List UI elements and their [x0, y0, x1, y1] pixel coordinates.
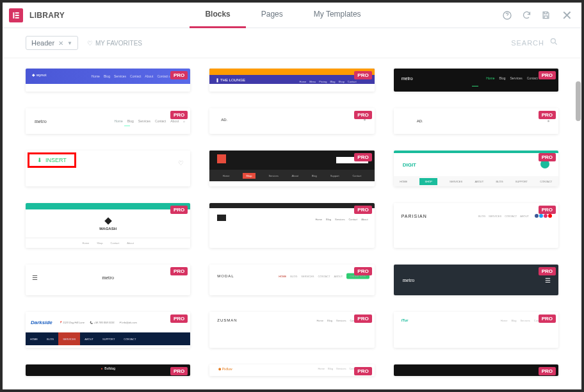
pro-badge: PRO [354, 111, 371, 119]
template-thumbnail: ☰metro [26, 265, 190, 290]
favorite-icon[interactable]: ♡ [178, 159, 184, 167]
my-favorites-label: MY FAVORITES [95, 40, 142, 47]
template-card[interactable]: PRO ⬢ PixflowHomeBlogServicesContactAbou… [209, 364, 374, 376]
template-card[interactable]: PRO ☰metro [26, 265, 190, 295]
template-card[interactable]: PRO PARISIANBLOGSERVICESCONTACTABOUT [394, 203, 558, 248]
modal-header: LIBRARY Blocks Pages My Templates ✕ [3, 3, 581, 28]
template-thumbnail: ◆ wynotHomeBlogServicesContactAboutConta… [26, 69, 190, 84]
template-thumbnail: HomeShopServicesAboutBlogSupportContact [209, 151, 374, 181]
template-thumbnail: PARISIANBLOGSERVICESCONTACTABOUT [394, 203, 558, 229]
template-thumbnail: MODALHOMEBLOGSERVICESCONTACTABOUTORDER N… [209, 265, 374, 288]
template-thumbnail: Darkside📍 1123 Dog Hill Lane📞 +34 785 65… [26, 312, 190, 348]
template-thumbnail: MAGASH HomeShopContactAbout [26, 203, 190, 248]
template-card[interactable]: PRO ZUSMANHomeBlogServicesContactAbout [209, 312, 374, 348]
template-card[interactable]: PRO metro☰ [394, 265, 558, 295]
pro-badge: PRO [170, 111, 188, 119]
template-card-hover[interactable]: ⬇INSERT ♡ [26, 151, 190, 186]
templates-grid: PRO ◆ wynotHomeBlogServicesContactAboutC… [3, 58, 581, 389]
heart-icon: ♡ [87, 40, 93, 47]
header-tabs: Blocks Pages My Templates [65, 2, 501, 28]
template-thumbnail: iTurHomeBlogServicesContactAbout [394, 312, 558, 329]
close-icon[interactable]: ✕ [559, 8, 575, 23]
template-card[interactable]: PRO DIGIT HOMESHOPSERVICESABOUTBLOGSUPPO… [394, 151, 558, 186]
template-thumbnail: Bulldog [26, 364, 190, 376]
pro-badge: PRO [170, 206, 188, 214]
menu-icon: ☰ [545, 277, 551, 284]
template-thumbnail: metroHomeBlogServicesContactAbout⌕ [26, 108, 190, 134]
templates-scroll-area[interactable]: PRO ◆ wynotHomeBlogServicesContactAboutC… [3, 58, 581, 389]
template-card[interactable]: PRO metroHomeBlogServicesContactAbout⌕ [26, 108, 190, 134]
template-card[interactable]: PRO ◆ wynotHomeBlogServicesContactAboutC… [26, 69, 190, 92]
pro-badge: PRO [539, 153, 556, 161]
category-dropdown-label: Header [31, 39, 54, 47]
clear-filter-icon[interactable]: ✕ [58, 40, 63, 47]
insert-icon: ⬇ [37, 157, 42, 163]
tab-blocks[interactable]: Blocks [190, 2, 245, 28]
pro-badge: PRO [170, 71, 188, 79]
svg-point-1 [551, 38, 555, 43]
library-modal: LIBRARY Blocks Pages My Templates ✕ Head… [3, 3, 581, 389]
template-card[interactable]: PRO Darkside📍 1123 Dog Hill Lane📞 +34 78… [26, 312, 190, 348]
search-icon[interactable] [549, 37, 558, 49]
template-card[interactable]: PRO HomeBlogServicesContactAbout [209, 203, 374, 248]
pro-badge: PRO [354, 267, 371, 275]
pro-badge: PRO [539, 314, 556, 323]
template-card[interactable]: PRO [394, 364, 558, 376]
template-thumbnail: AD. [394, 108, 558, 134]
tab-pages[interactable]: Pages [246, 2, 298, 28]
template-thumbnail: DIGIT HOMESHOPSERVICESABOUTBLOGSUPPORTCO… [394, 151, 558, 186]
template-thumbnail: ❚ THE LOUNGEHomeMenuPricingBlogShopConta… [209, 69, 374, 84]
template-thumbnail [394, 364, 558, 376]
template-thumbnail: ZUSMANHomeBlogServicesContactAbout [209, 312, 374, 329]
tab-my-templates[interactable]: My Templates [298, 2, 377, 28]
template-card[interactable]: PRO HomeShopServicesAboutBlogSupportCont… [209, 151, 374, 186]
scrollbar-thumb[interactable] [576, 81, 581, 121]
help-icon[interactable] [501, 10, 513, 21]
search-wrap [467, 37, 558, 49]
pro-badge: PRO [354, 206, 371, 214]
pro-badge: PRO [539, 71, 556, 79]
pro-badge: PRO [170, 367, 188, 375]
pro-badge: PRO [354, 367, 371, 375]
template-thumbnail: metroHomeBlogServicesContactAbout [394, 69, 558, 92]
template-card[interactable]: PRO MODALHOMEBLOGSERVICESCONTACTABOUTORD… [209, 265, 374, 295]
template-card[interactable]: PRO MAGASH HomeShopContactAbout [26, 203, 190, 248]
category-dropdown[interactable]: Header ✕ ▼ [26, 36, 78, 50]
pro-badge: PRO [170, 314, 188, 323]
template-thumbnail: metro☰ [394, 265, 558, 295]
template-thumbnail: AD. [209, 108, 374, 131]
header-actions: ✕ [501, 8, 575, 23]
pro-badge: PRO [539, 111, 556, 119]
dropdown-caret-icon: ▼ [67, 40, 72, 46]
template-card[interactable]: PRO metroHomeBlogServicesContactAbout [394, 69, 558, 92]
template-card[interactable]: PRO iTurHomeBlogServicesContactAbout [394, 312, 558, 348]
template-card[interactable]: PRO ❚ THE LOUNGEHomeMenuPricingBlogShopC… [209, 69, 374, 92]
pro-badge: PRO [539, 206, 556, 214]
save-icon[interactable] [540, 10, 551, 21]
insert-button[interactable]: ⬇INSERT [28, 152, 76, 168]
template-card[interactable]: PRO AD. [394, 108, 558, 134]
my-favorites-button[interactable]: ♡ MY FAVORITES [87, 40, 142, 47]
pro-badge: PRO [354, 71, 371, 79]
elementor-logo-icon [9, 8, 23, 22]
filter-toolbar: Header ✕ ▼ ♡ MY FAVORITES [3, 28, 581, 58]
pro-badge: PRO [539, 367, 556, 375]
pro-badge: PRO [354, 153, 371, 161]
pro-badge: PRO [539, 267, 556, 275]
template-card[interactable]: PRO Bulldog [26, 364, 190, 376]
pro-badge: PRO [170, 267, 188, 275]
template-card[interactable]: PRO AD. [209, 108, 374, 134]
menu-icon: ☰ [32, 274, 38, 281]
sync-icon[interactable] [521, 10, 532, 21]
modal-title: LIBRARY [29, 11, 65, 20]
template-thumbnail: HomeBlogServicesContactAbout [209, 203, 374, 226]
pro-badge: PRO [354, 314, 371, 323]
template-thumbnail: ⬇INSERT ♡ [26, 151, 190, 175]
template-thumbnail: ⬢ PixflowHomeBlogServicesContactAbout [209, 364, 374, 376]
search-input[interactable] [467, 39, 544, 47]
